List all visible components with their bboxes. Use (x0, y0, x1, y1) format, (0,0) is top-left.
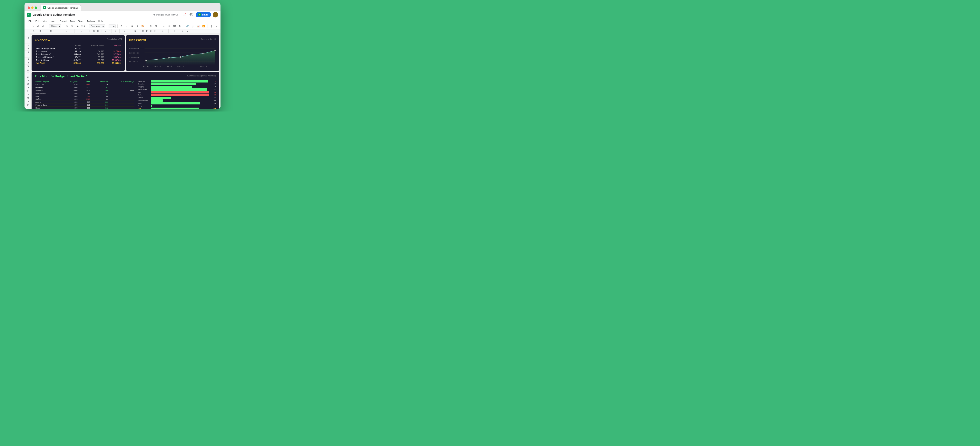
menu-addons[interactable]: Add-ons (85, 19, 96, 23)
font-size-select[interactable]: 10 (108, 24, 116, 28)
menu-file[interactable]: File (27, 19, 33, 23)
row-13: 13 (24, 75, 30, 79)
italic-button[interactable]: I (125, 24, 129, 29)
activity-icon[interactable]: 📈 (181, 12, 187, 17)
close-button[interactable] (28, 6, 30, 9)
budget-row-subscriptions: Subscriptions $50 $48 $2 (35, 92, 134, 95)
menu-edit[interactable]: Edit (34, 19, 41, 23)
redo-button[interactable]: ↪ (31, 24, 35, 29)
bar-container-personal-care (151, 99, 209, 102)
menu-data[interactable]: Data (68, 19, 76, 23)
row-7: 7 (24, 54, 30, 58)
bar-container-gas (151, 91, 209, 94)
svg-text:$15,000.00: $15,000.00 (129, 52, 139, 54)
user-avatar[interactable] (213, 12, 218, 17)
row-12: 12 (24, 72, 30, 75)
comment-icon[interactable]: 💬 (189, 12, 194, 17)
budget-remaining-personal-care: $60 (91, 103, 109, 106)
budget-row-personal-care: Personal Care $75 $15 $60 (35, 103, 134, 106)
lock-icon: 🔒 (198, 13, 201, 16)
wrap-button[interactable]: ⌨ (172, 24, 177, 29)
overview-val-savings-growth: $562.00 (105, 56, 122, 59)
font-family-select[interactable]: Overpass (89, 24, 105, 28)
overview-val-netcash-prev: $7,610 (82, 59, 105, 62)
menu-help[interactable]: Help (97, 19, 105, 23)
svg-text:Oct '19: Oct '19 (166, 65, 172, 67)
budget-header: This Month's Budget Spent So Far* Expens… (35, 75, 216, 78)
chart-button[interactable]: 📊 (196, 24, 200, 29)
bar-value-unexpected: $44 (210, 105, 216, 107)
svg-text:Sep '19: Sep '19 (154, 65, 161, 67)
zoom-select[interactable]: 100% (49, 24, 61, 28)
bold-button[interactable]: B (119, 24, 124, 29)
bar-container-eating-out (151, 80, 209, 83)
highlight-button[interactable]: 🎨 (140, 24, 145, 29)
budget-budgeted-gas: $80 (62, 95, 78, 98)
currency-button[interactable]: $ (65, 24, 69, 29)
budget-label-hobby: Hobby (35, 106, 62, 109)
overview-val-savings-prev: $7,110 (82, 56, 105, 59)
bar-label-unexpected: Unexpected (138, 105, 150, 107)
overview-row-checking: Net Checking Balance* $1,734 (35, 47, 122, 50)
percent-button[interactable]: % (70, 24, 74, 29)
budget-cut-groceries (109, 86, 134, 89)
rotate-button[interactable]: ↻ (178, 24, 182, 29)
menu-insert[interactable]: Insert (49, 19, 58, 23)
bar-value-personal-care: $60 (210, 100, 216, 101)
bar-container-shopping (151, 86, 209, 88)
budget-cut-eating-out (109, 83, 134, 86)
budget-subtitle: Expenses last updated yesterday (188, 75, 216, 77)
bar-container-groceries (151, 83, 209, 85)
col-b: B (37, 29, 43, 33)
borders-button[interactable]: ⊞ (149, 24, 153, 29)
doc-title[interactable]: Google Sheets Budget Template (33, 13, 151, 16)
merge-button[interactable]: ⊟ (154, 24, 158, 29)
filter-button[interactable]: 🔽 (202, 24, 205, 29)
function-button[interactable]: ∑ (210, 24, 214, 29)
minimize-button[interactable] (31, 6, 33, 9)
column-headers: A B C D E F G H I J K L M N O P Q R S T … (24, 29, 221, 33)
budget-row-coffee: Coffee $75 $105 $0 (35, 98, 134, 100)
bar-fill-coffee (151, 94, 209, 96)
bar-subscriptions: Subscriptions $2 (138, 88, 216, 91)
overview-row-savings: Total Liquid Savings* $7,672 $7,110 $562… (35, 56, 122, 59)
maximize-button[interactable] (35, 6, 37, 9)
font-color-button[interactable]: A (135, 24, 139, 29)
share-button[interactable]: 🔒 Share (196, 12, 211, 17)
overview-label-income: Total Income* (35, 50, 68, 53)
collapse-button[interactable]: ▲ (215, 24, 219, 29)
strikethrough-button[interactable]: S (130, 24, 134, 29)
budget-cut-subscriptions (109, 92, 134, 95)
spacer-middle (32, 71, 220, 72)
undo-button[interactable]: ↩ (26, 24, 30, 29)
comment-button[interactable]: 💬 (191, 24, 195, 29)
budget-cut-shopping: -$50 (109, 89, 134, 92)
budget-spent-subscriptions: $48 (78, 92, 91, 95)
paint-format-button[interactable]: 🖌 (41, 24, 45, 29)
row-2: 2 (24, 37, 30, 40)
budget-remaining-gas: $0 (91, 95, 109, 98)
align-button[interactable]: ≡ (162, 24, 166, 29)
budget-remaining-subscriptions: $2 (91, 92, 109, 95)
bar-value-total: $258 (210, 108, 216, 109)
budget-row-alcohol: Alcohol $50 $17 $33 (35, 100, 134, 103)
bar-fill-personal-care (151, 99, 163, 102)
tab-title: Google Sheets Budget Template (48, 7, 78, 9)
row-19: 19 (24, 97, 30, 100)
browser-tab[interactable]: Google Sheets Budget Template (41, 5, 81, 11)
bar-label-coffee: Coffee (138, 94, 150, 96)
budget-label-alcohol: Alcohol (35, 100, 62, 103)
print-button[interactable]: 🖨 (36, 24, 40, 29)
overview-val-checking-growth (105, 47, 122, 50)
menu-view[interactable]: View (41, 19, 49, 23)
budget-budgeted-groceries: $300 (62, 86, 78, 89)
menu-format[interactable]: Format (58, 19, 68, 23)
decimal-dec-button[interactable]: .0 (75, 24, 80, 29)
col-s: S (157, 29, 169, 33)
decimal-inc-button[interactable]: 123 (81, 24, 85, 29)
toolbar: ↩ ↪ 🖨 🖌 100% $ % .0 123 Overpass 10 (24, 24, 221, 29)
menu-tools[interactable]: Tools (76, 19, 85, 23)
valign-button[interactable]: ⬍ (167, 24, 171, 29)
budget-col-cut-remaining: Cut Remaining* (109, 80, 134, 83)
link-button[interactable]: 🔗 (186, 24, 190, 29)
